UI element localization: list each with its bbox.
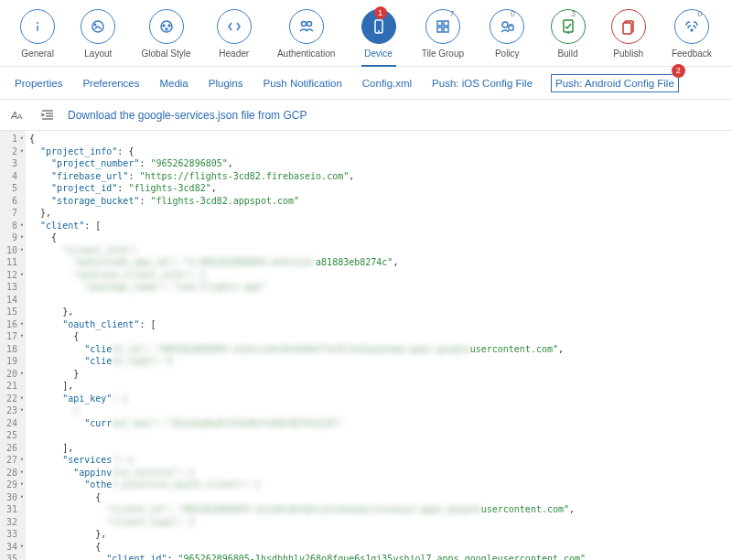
toolbar-item-layout[interactable]: Layout: [81, 9, 115, 59]
toolbar-item-authentication[interactable]: Authentication: [277, 9, 335, 59]
tab-badge: 2: [672, 64, 685, 78]
svg-rect-20: [564, 20, 573, 32]
code-line[interactable]: "client_id": "965262896805-ou2oiidenbha5…: [29, 343, 732, 356]
toolbar-label: Layout: [84, 48, 112, 59]
toolbar-item-general[interactable]: General: [20, 9, 55, 59]
layout-icon: [81, 9, 115, 44]
tab-push-ios[interactable]: Push: iOS Config File: [430, 74, 534, 92]
code-line[interactable]: "api_key": [: [29, 393, 732, 405]
action-bar: AA Download the google-services.json fil…: [0, 100, 732, 131]
authentication-icon: [289, 9, 324, 44]
svg-rect-14: [437, 27, 442, 32]
toolbar-label: Publish: [613, 48, 643, 59]
main-toolbar: GeneralLayoutGlobal StyleHeaderAuthentic…: [0, 0, 732, 67]
tab-plugins[interactable]: Plugins: [207, 74, 245, 92]
code-line[interactable]: "client_type": 3: [29, 355, 732, 368]
toolbar-label: Global Style: [142, 48, 191, 59]
toolbar-label: Tile Group: [422, 48, 464, 59]
code-line[interactable]: "client_type": 3: [29, 516, 732, 529]
code-line[interactable]: "current_key": "AIzaSyBxQrStUvWxYzAbCdEf…: [29, 417, 732, 430]
code-line[interactable]: "appinvite_service": {: [29, 467, 732, 479]
code-line[interactable]: "project_number": "965262896805",: [29, 157, 732, 170]
indent-icon[interactable]: [38, 106, 57, 124]
toolbar-item-policy[interactable]: 0Policy: [490, 9, 524, 59]
code-line[interactable]: "mobilesdk_app_id": "1:965262896805:andr…: [29, 256, 732, 269]
code-line[interactable]: },: [29, 306, 732, 318]
text-style-icon[interactable]: AA: [9, 106, 27, 124]
tab-properties[interactable]: Properties: [13, 74, 64, 92]
toolbar-badge: 0: [694, 7, 706, 20]
toolbar-label: Policy: [495, 48, 520, 59]
code-line[interactable]: "project_id": "flights-3cd82",: [29, 182, 732, 195]
toolbar-label: Build: [557, 48, 577, 59]
code-line[interactable]: ],: [29, 380, 732, 393]
tab-push-android[interactable]: Push: Android Config File2: [551, 74, 679, 92]
toolbar-item-feedback[interactable]: 0Feedback: [672, 9, 712, 59]
code-line[interactable]: "oauth_client": [: [29, 318, 732, 331]
code-line[interactable]: ],: [29, 442, 732, 455]
svg-point-7: [166, 28, 167, 30]
code-line[interactable]: "client_id": "965262896805-xyzabcdefghij…: [29, 503, 732, 516]
svg-text:A: A: [17, 113, 23, 121]
global-style-icon: [149, 9, 184, 44]
publish-icon: [611, 9, 646, 44]
toolbar-badge: 1: [374, 6, 387, 19]
code-line[interactable]: [29, 294, 732, 307]
header-icon: [217, 9, 252, 44]
toolbar-item-device[interactable]: 1Device: [361, 9, 396, 59]
code-editor[interactable]: 1▾2▾345678▾9▾10▾1112▾13141516▾17▾181920▾…: [0, 131, 732, 560]
svg-point-3: [95, 24, 97, 26]
svg-point-6: [168, 25, 170, 27]
general-icon: [20, 9, 55, 44]
tab-media[interactable]: Media: [157, 74, 189, 92]
code-line[interactable]: "client_info":: [29, 244, 732, 257]
svg-point-9: [307, 22, 311, 27]
svg-rect-15: [444, 27, 448, 32]
svg-point-16: [502, 22, 508, 27]
toolbar-label: Device: [364, 48, 393, 59]
toolbar-label: Header: [219, 48, 249, 59]
svg-point-5: [163, 25, 165, 27]
code-line[interactable]: {: [29, 133, 732, 145]
code-line[interactable]: {: [29, 541, 732, 554]
svg-rect-12: [437, 21, 442, 26]
code-line[interactable]: "client": [: [29, 220, 732, 232]
toolbar-badge: 3: [567, 7, 580, 20]
toolbar-item-tile-group[interactable]: 7Tile Group: [422, 9, 464, 59]
code-line[interactable]: "package_name": "com.flights.app": [29, 281, 732, 294]
toolbar-label: General: [21, 48, 54, 59]
code-line[interactable]: "project_info": {: [29, 145, 732, 158]
code-line[interactable]: }: [29, 368, 732, 381]
code-line[interactable]: "other_platform_oauth_client": [: [29, 479, 732, 491]
tab-config-xml[interactable]: Config.xml: [361, 74, 414, 92]
code-line[interactable]: },: [29, 207, 732, 220]
svg-rect-23: [623, 23, 631, 34]
code-line[interactable]: {: [29, 232, 732, 244]
download-link[interactable]: Download the google-services.json file f…: [68, 109, 307, 122]
toolbar-item-global-style[interactable]: Global Style: [142, 9, 191, 59]
tab-preferences[interactable]: Preferences: [81, 74, 141, 92]
code-line[interactable]: "android_client_info": {: [29, 269, 732, 282]
toolbar-item-build[interactable]: 3Build: [551, 9, 586, 59]
code-line[interactable]: {: [29, 404, 732, 417]
sub-toolbar: PropertiesPreferencesMediaPluginsPush No…: [0, 67, 732, 100]
svg-point-0: [37, 22, 38, 24]
code-line[interactable]: [29, 429, 732, 442]
code-line[interactable]: "firebase_url": "https://flights-3cd82.f…: [29, 170, 732, 183]
toolbar-item-publish[interactable]: Publish: [611, 9, 646, 59]
svg-rect-17: [509, 26, 513, 30]
tab-push-notification[interactable]: Push Notification: [261, 74, 343, 92]
code-line[interactable]: "services": {: [29, 454, 732, 467]
svg-point-24: [691, 29, 693, 31]
code-line[interactable]: {: [29, 330, 732, 343]
code-line[interactable]: "client_id": "965262896805-1hsdbhhlv268o…: [29, 553, 732, 560]
toolbar-item-header[interactable]: Header: [217, 9, 252, 59]
code-line[interactable]: {: [29, 491, 732, 504]
toolbar-label: Feedback: [672, 48, 712, 59]
code-line[interactable]: },: [29, 528, 732, 541]
code-line[interactable]: "storage_bucket": "flights-3cd82.appspot…: [29, 195, 732, 208]
toolbar-badge: 7: [446, 7, 458, 20]
toolbar-label: Authentication: [277, 48, 335, 59]
editor-code[interactable]: { "project_info": { "project_number": "9…: [26, 131, 732, 560]
editor-gutter: 1▾2▾345678▾9▾10▾1112▾13141516▾17▾181920▾…: [0, 131, 26, 560]
